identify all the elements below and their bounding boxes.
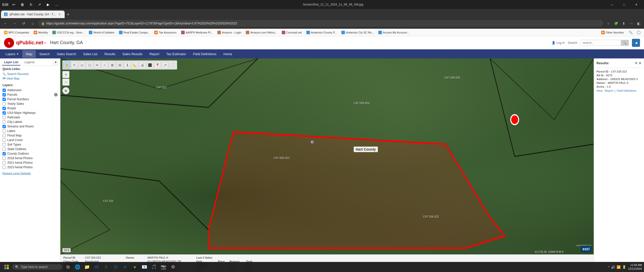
layer-railroads-label[interactable]: Railroads	[7, 116, 20, 119]
more-button[interactable]: ...	[53, 1, 60, 8]
restore-defaults-button[interactable]: Restore Layer Defaults	[3, 172, 31, 175]
tool-overview[interactable]: ⬛	[146, 61, 153, 69]
nav-field-definitions[interactable]: Field Definitions	[190, 50, 220, 58]
sidebar-button[interactable]: ◧	[635, 20, 642, 27]
nav-results[interactable]: Results	[101, 50, 119, 58]
results-add-button[interactable]: +	[635, 60, 637, 66]
nav-sales-search[interactable]: Sales Search	[53, 50, 79, 58]
nav-sales-list[interactable]: Sales List	[80, 50, 101, 58]
layer-soil-types-checkbox[interactable]	[3, 143, 6, 146]
layer-parcel-numbers-checkbox[interactable]	[3, 98, 6, 101]
layer-soil-types-label[interactable]: Soil Types	[7, 143, 21, 146]
layer-usa-highways-checkbox[interactable]	[3, 111, 6, 115]
layer-lakes-label[interactable]: Lakes	[7, 129, 15, 133]
layer-land-cover-label[interactable]: Land Cover	[7, 138, 23, 142]
layer-county-outlines-checkbox[interactable]	[3, 152, 6, 155]
layer-lakes-checkbox[interactable]	[3, 129, 6, 133]
layer-parcels-label[interactable]: Parcels	[7, 93, 17, 96]
layer-yearly-sales-label[interactable]: Yearly Sales	[7, 102, 24, 106]
copy-button[interactable]: ⎘	[28, 1, 34, 8]
map-background[interactable]: C47 021 C47 026.024 C47 026.025 C47 022 …	[60, 58, 594, 254]
tool-measure[interactable]: 📐	[131, 61, 138, 69]
layer-roads-checkbox[interactable]	[3, 107, 6, 110]
nav-tax-estimator[interactable]: Tax Estimator	[163, 50, 190, 58]
taskbar-app4-icon[interactable]: ⚙	[169, 262, 178, 271]
layer-parcel-numbers-label[interactable]: Parcel Numbers	[7, 97, 29, 101]
bookmark-realestate[interactable]: 🌐 Real Estate Compa...	[117, 30, 152, 35]
media-button[interactable]: ▶	[45, 1, 51, 8]
layer-parcels-info-icon[interactable]: i	[54, 93, 58, 96]
layer-streams-label[interactable]: Streams and Rivers	[7, 125, 34, 128]
tab-layer-list[interactable]: Layer List	[2, 59, 20, 65]
layer-state-outlines-checkbox[interactable]	[3, 148, 6, 151]
layer-land-cover-checkbox[interactable]	[3, 139, 6, 142]
tool-zoom-in-box[interactable]: ⊞	[109, 61, 116, 69]
layer-2023-aerial-label[interactable]: 2023 Aerial Photos	[7, 165, 33, 169]
nav-sales-results[interactable]: Sales Results	[119, 50, 146, 58]
bookmark-gsccca[interactable]: 🌐 GSCCCA.org - Geor...	[50, 30, 86, 35]
share-button[interactable]: ↗	[36, 1, 43, 8]
bookmark-aarp[interactable]: 🌐 AARP® Medicare Pl...	[179, 30, 215, 35]
forward-button[interactable]: →	[11, 20, 18, 27]
compass-button[interactable]: ⊕	[62, 87, 69, 94]
bookmark-star-button[interactable]: ☆	[605, 20, 612, 27]
search-box[interactable]: 🔍	[580, 40, 629, 46]
taskbar-search-box[interactable]: 🔍 Type here to search	[12, 264, 62, 270]
layer-county-outlines-label[interactable]: County Outlines	[7, 152, 29, 155]
bookmark-comcast[interactable]: 🌐 Comcast.net	[280, 30, 304, 35]
search-button[interactable]: 🔍	[621, 40, 629, 46]
bookmark-access[interactable]: 🌐 Access My Account...	[376, 30, 411, 35]
result-report-link[interactable]: Report	[605, 89, 613, 92]
zoom-out-button[interactable]: −	[62, 79, 69, 86]
maximize-button[interactable]: □	[618, 0, 630, 9]
layer-city-labels-label[interactable]: City Labels	[7, 120, 22, 124]
bookmark-taxassessors[interactable]: 📁 Tax Assessors	[152, 30, 178, 35]
tool-rectangle[interactable]: ▭	[78, 61, 86, 69]
tab-legend[interactable]: Legend	[22, 59, 36, 65]
layer-2018-aerial-checkbox[interactable]	[3, 157, 6, 160]
new-tab-button[interactable]: +	[65, 11, 72, 18]
browser-menu-button[interactable]: ⋯	[628, 20, 634, 27]
layer-2021-aerial-checkbox[interactable]	[3, 161, 6, 164]
nav-report[interactable]: Report	[146, 50, 163, 58]
delete-button[interactable]: 🗑	[19, 1, 26, 8]
tool-circle[interactable]: ○	[101, 61, 108, 69]
active-tab[interactable]: q qPublic.net - Hart County, GA - T... ✕	[1, 11, 65, 18]
tool-fullscreen[interactable]: ⛶	[169, 61, 176, 69]
task-view-button[interactable]: ⧉	[63, 262, 72, 271]
layer-state-outlines-label[interactable]: State Outlines	[7, 147, 26, 151]
zoom-in-button[interactable]: +	[62, 71, 69, 78]
close-button[interactable]: ✕	[630, 0, 642, 9]
layer-usa-highways-label[interactable]: USA Major Highways	[7, 111, 36, 115]
edit-button[interactable]: Edit	[2, 1, 9, 8]
taskbar-word-icon[interactable]: W	[92, 262, 101, 271]
system-clock[interactable]: 11:56 AM 12/11/2024	[628, 263, 642, 271]
system-tray-up-icon[interactable]: ^	[608, 265, 610, 269]
bookmark-bpo[interactable]: 📁 BPO Companies	[2, 30, 31, 35]
taskbar-browser-icon[interactable]: 🌐	[73, 262, 82, 271]
quick-link-search[interactable]: 🔍 Search Records	[3, 72, 58, 76]
bookmark-monthly[interactable]: 📁 Monthly	[32, 30, 50, 35]
taskbar-outlook-icon[interactable]: O	[111, 262, 120, 271]
bookmark-other-favorites[interactable]: 📁 Other favorites	[599, 30, 626, 35]
taskbar-app1-icon[interactable]: 📧	[140, 262, 149, 271]
browser-search-button[interactable]: 🔍	[627, 29, 634, 36]
address-box[interactable]: 🔒 https://qpublic.schneidercorp.com/Appl…	[38, 20, 603, 27]
layer-flood-map-checkbox[interactable]	[3, 134, 6, 137]
network-icon[interactable]: 📶	[617, 265, 621, 269]
tool-select[interactable]: ↖	[71, 61, 78, 69]
bookmark-solitaire[interactable]: 🌐 World of Solitaire	[87, 30, 116, 35]
nav-layers[interactable]: Layers ▼	[2, 50, 22, 58]
layer-roads-label[interactable]: Roads	[7, 107, 16, 110]
quick-link-map[interactable]: 🗺 View Map	[3, 76, 58, 81]
bookmark-amazon-welcome[interactable]: 🌐 Amazon.com Welco...	[244, 30, 279, 35]
tab-close-button[interactable]: ✕	[58, 12, 62, 16]
tool-polygon[interactable]: ⬡	[86, 61, 93, 69]
results-close-button[interactable]: ✕	[638, 61, 641, 65]
tool-streetview[interactable]: 📍	[154, 61, 161, 69]
undo-button[interactable]: ↩	[11, 1, 17, 8]
nav-search[interactable]: Search	[36, 50, 53, 58]
bookmark-anderson-p[interactable]: 🌐 Anderson County P...	[304, 30, 339, 35]
download-button[interactable]: ⬇	[620, 20, 627, 27]
layer-streams-checkbox[interactable]	[3, 125, 6, 128]
